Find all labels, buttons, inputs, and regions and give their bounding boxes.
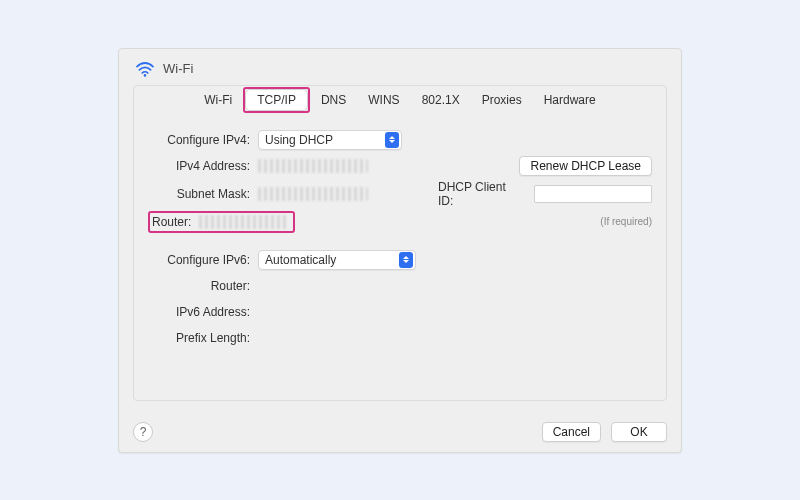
updown-caret-icon	[385, 132, 399, 148]
svg-point-0	[144, 74, 147, 77]
settings-panel: Wi-Fi TCP/IP DNS WINS 802.1X Proxies Har…	[133, 85, 667, 401]
configure-ipv6-label: Configure IPv6:	[148, 253, 258, 267]
network-settings-window: Wi-Fi Wi-Fi TCP/IP DNS WINS 802.1X Proxi…	[118, 48, 682, 453]
tab-8021x[interactable]: 802.1X	[411, 90, 471, 110]
help-button[interactable]: ?	[133, 422, 153, 442]
ipv4-address-label: IPv4 Address:	[148, 159, 258, 173]
tcpip-form: Configure IPv4: Using DHCP IPv4 Address:…	[134, 120, 666, 350]
tab-proxies[interactable]: Proxies	[471, 90, 533, 110]
updown-caret-icon	[399, 252, 413, 268]
subnet-mask-label: Subnet Mask:	[148, 187, 258, 201]
highlight-router-row: Router:	[148, 211, 295, 233]
tab-bar: Wi-Fi TCP/IP DNS WINS 802.1X Proxies Har…	[134, 85, 666, 119]
ipv4-router-label: Router:	[152, 215, 191, 229]
window-title: Wi-Fi	[163, 61, 193, 76]
dhcp-client-id-input[interactable]	[534, 185, 652, 203]
prefix-length-label: Prefix Length:	[148, 331, 258, 345]
tab-hardware[interactable]: Hardware	[533, 90, 607, 110]
cancel-button[interactable]: Cancel	[542, 422, 601, 442]
configure-ipv4-value: Using DHCP	[265, 133, 333, 147]
window-header: Wi-Fi	[133, 59, 667, 85]
ipv6-address-label: IPv6 Address:	[148, 305, 258, 319]
configure-ipv4-label: Configure IPv4:	[148, 133, 258, 147]
configure-ipv4-select[interactable]: Using DHCP	[258, 130, 402, 150]
wifi-icon	[135, 61, 155, 77]
tab-wins[interactable]: WINS	[357, 90, 410, 110]
tab-dns[interactable]: DNS	[310, 90, 357, 110]
renew-dhcp-lease-button[interactable]: Renew DHCP Lease	[519, 156, 652, 176]
highlight-tcpip-tab: TCP/IP	[243, 87, 310, 113]
ok-button[interactable]: OK	[611, 422, 667, 442]
configure-ipv6-select[interactable]: Automatically	[258, 250, 416, 270]
ipv6-router-label: Router:	[148, 279, 258, 293]
footer: ? Cancel OK	[133, 422, 667, 442]
tab-tcpip[interactable]: TCP/IP	[246, 90, 307, 110]
ipv4-router-value-redacted	[199, 215, 289, 229]
dhcp-client-id-label: DHCP Client ID:	[438, 180, 528, 208]
configure-ipv6-value: Automatically	[265, 253, 336, 267]
tab-wifi[interactable]: Wi-Fi	[193, 90, 243, 110]
dhcp-client-id-hint: (If required)	[600, 216, 652, 227]
ipv4-address-value-redacted	[258, 159, 368, 173]
subnet-mask-value-redacted	[258, 187, 368, 201]
